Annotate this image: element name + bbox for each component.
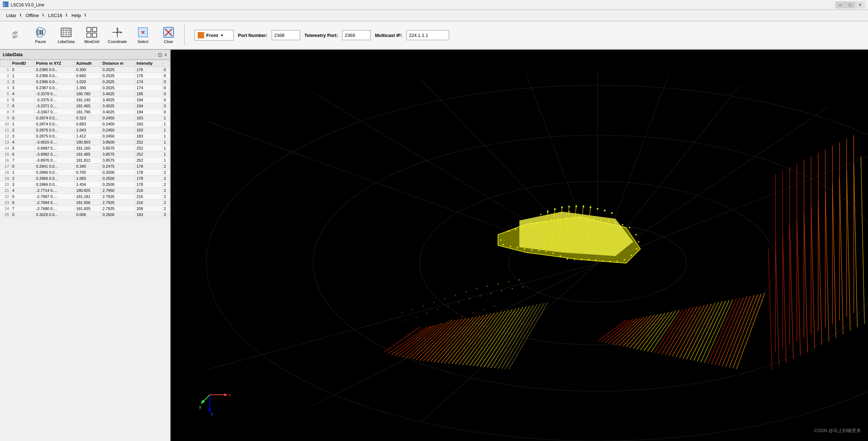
table-row[interactable]: 1230.2875 0.0...1.4120.24501831 (0, 133, 170, 139)
toolbar-separator (184, 25, 185, 46)
minimize-button[interactable]: ─ (835, 1, 845, 9)
titlebar: L LSC16 V3.0_Line ─ □ × (0, 0, 868, 10)
svg-line-84 (633, 314, 662, 349)
svg-point-179 (597, 208, 598, 210)
svg-point-181 (611, 212, 613, 214)
svg-point-159 (581, 259, 582, 260)
toolbar: Pause LidarData MeaGrid (0, 21, 868, 50)
select-tool-button[interactable]: Select (132, 23, 154, 48)
svg-point-215 (501, 290, 502, 291)
svg-point-208 (426, 312, 427, 313)
table-row[interactable]: 320.2386 0.0...1.0200.20251740 (0, 79, 170, 85)
table-row[interactable]: 167-3.8976 0....181.8123.85752521 (0, 157, 170, 163)
panel-title: LidarData (3, 52, 22, 57)
svg-point-212 (469, 298, 470, 299)
clear-tool-button[interactable]: Clear (157, 23, 180, 48)
svg-point-171 (500, 239, 501, 241)
table-row[interactable]: 2030.2866 0.0...1.4340.25001782 (0, 182, 170, 188)
svg-line-121 (818, 199, 822, 345)
svg-point-205 (519, 279, 520, 280)
svg-rect-2 (39, 30, 41, 35)
table-row[interactable]: 100.2385 0.0...0.3000.20251760 (0, 67, 170, 73)
svg-line-119 (804, 213, 808, 352)
panel-close-button[interactable]: × (164, 52, 167, 58)
lidardata-tool-button[interactable]: LidarData (55, 23, 78, 48)
maximize-button[interactable]: □ (845, 1, 855, 9)
svg-point-133 (522, 226, 524, 227)
right-panel-3d[interactable]: z x y CSDN @马上到碗里来 (171, 50, 868, 441)
table-row[interactable]: 65-3.3375 0....181.1403.40251940 (0, 97, 170, 103)
svg-point-214 (490, 293, 491, 294)
table-row[interactable]: 1700.2841 0.0...0.3450.24751782 (0, 163, 170, 170)
menu-offline[interactable]: Offline\ (21, 11, 43, 20)
table-row[interactable]: 156-3.8982 0....181.4853.85752521 (0, 151, 170, 157)
svg-point-166 (531, 249, 533, 251)
table-row[interactable]: 2500.3020 0.0...0.0080.26001833 (0, 212, 170, 218)
port-number-input[interactable] (272, 30, 300, 40)
svg-point-154 (617, 261, 618, 262)
pause-tool-button[interactable]: Pause (29, 23, 52, 48)
svg-text:y: y (199, 404, 201, 409)
svg-point-194 (401, 312, 403, 313)
svg-point-151 (636, 248, 638, 250)
menu-lsc16[interactable]: LSC16\ (43, 11, 67, 20)
table-row[interactable]: 145-3.8987 0....181.1603.85752521 (0, 145, 170, 151)
main-area: LidarData ⊡ × PointID Points m XYZ Azimu… (0, 50, 868, 441)
table-body: 100.2385 0.0...0.3000.20251760210.2386 0… (0, 67, 170, 218)
svg-point-157 (595, 260, 597, 261)
svg-point-180 (604, 210, 606, 211)
coordinate-tool-button[interactable]: Coordinate (106, 23, 129, 48)
svg-marker-243 (224, 393, 228, 396)
table-row[interactable]: 1810.2866 0.0...0.7050.25001782 (0, 170, 170, 176)
svg-point-198 (444, 298, 445, 299)
svg-line-38 (384, 327, 420, 352)
table-row[interactable]: 236-2.7684 0....181.5062.79252162 (0, 200, 170, 206)
telemetry-port-label: Telemetry Port: (304, 33, 338, 38)
table-row[interactable]: 900.2874 0.0...0.3230.24501831 (0, 115, 170, 121)
svg-point-164 (545, 251, 547, 252)
svg-point-145 (608, 220, 609, 221)
table-row[interactable]: 247-2.7680 0....181.8352.79252082 (0, 206, 170, 212)
menu-lidar[interactable]: Lidar\ (1, 11, 21, 20)
multicast-ip-input[interactable] (406, 30, 449, 40)
svg-point-160 (574, 259, 575, 260)
svg-point-195 (412, 309, 413, 310)
svg-point-223 (462, 316, 463, 317)
svg-point-219 (419, 330, 420, 331)
close-button[interactable]: × (855, 1, 865, 9)
svg-point-167 (524, 248, 526, 250)
data-table-container[interactable]: PointID Points m XYZ Azimuth Distance m … (0, 60, 170, 441)
svg-line-127 (861, 156, 864, 323)
svg-point-19 (116, 31, 118, 33)
link-tool-button[interactable] (4, 23, 26, 48)
svg-line-117 (790, 227, 793, 359)
svg-point-199 (455, 295, 456, 296)
table-row[interactable]: 134-3.9015 0....180.8033.86002521 (0, 139, 170, 145)
table-row[interactable]: 214-2.7714 0....180.8252.79502162 (0, 188, 170, 194)
table-row[interactable]: 1120.2875 0.0...1.0430.24501831 (0, 127, 170, 133)
table-row[interactable]: 87-3.3367 0....181.7903.40251940 (0, 109, 170, 115)
svg-point-148 (629, 227, 630, 228)
meagrid-tool-button[interactable]: MeaGrid (80, 23, 103, 48)
svg-rect-11 (87, 27, 91, 32)
coordinate-axes: z x y (199, 384, 235, 420)
col-intensity: Intensity (135, 60, 162, 67)
table-row[interactable]: 1010.2874 0.0...0.6830.24501831 (0, 121, 170, 127)
svg-line-116 (783, 235, 786, 362)
telemetry-port-input[interactable] (342, 30, 371, 40)
svg-point-170 (502, 244, 504, 245)
menu-help[interactable]: Help\ (67, 11, 86, 20)
table-row[interactable]: 54-3.3378 0....180.7803.40251950 (0, 91, 170, 97)
toolbar-right: Front ▼ Port Number: Telemetry Port: Mul… (195, 30, 449, 41)
table-row[interactable]: 225-2.7687 0....181.1812.79252162 (0, 194, 170, 200)
table-row[interactable]: 430.2387 0.0...1.3900.20251740 (0, 85, 170, 91)
table-row[interactable]: 76-3.3371 0....181.4653.40251940 (0, 103, 170, 109)
svg-point-226 (494, 305, 495, 306)
table-row[interactable]: 210.2386 0.0...0.6600.20251760 (0, 73, 170, 79)
view-select-dropdown[interactable]: Front ▼ (195, 30, 234, 41)
col-azimuth: Azimuth (75, 60, 101, 67)
table-row[interactable]: 1920.2866 0.0...1.0650.25001782 (0, 176, 170, 182)
svg-line-126 (854, 163, 857, 327)
clear-label: Clear (164, 39, 173, 44)
panel-dock-button[interactable]: ⊡ (158, 52, 162, 58)
